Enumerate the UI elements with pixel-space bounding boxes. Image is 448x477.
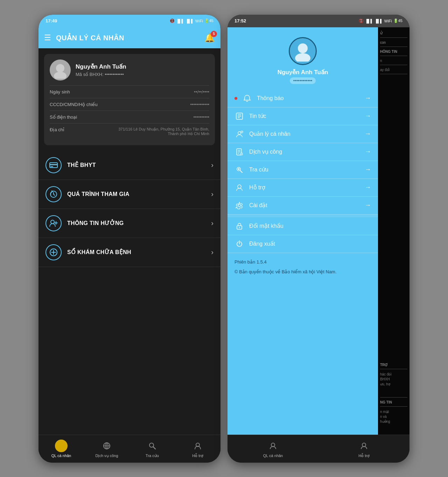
nav-right-ql-label: QL cá nhân	[263, 454, 283, 458]
nav-right-ql[interactable]: QL cá nhân	[227, 440, 318, 458]
notification-bell[interactable]: 🔔 5	[204, 33, 215, 43]
status-icons-left: 📵 ▐▌▌ ▐▌▌ WiFi 🔋45	[170, 19, 214, 23]
person-add-icon	[49, 219, 58, 228]
svg-rect-14	[58, 446, 61, 449]
svg-point-0	[56, 64, 64, 72]
person-add-icon-container	[46, 215, 62, 231]
menu-item-qua-trinh[interactable]: QUÁ TRÌNH THAM GIA ›	[38, 180, 220, 209]
left-phone: 17:49 📵 ▐▌▌ ▐▌▌ WiFi 🔋45 ☰ QUẢN LÝ CÁ NH…	[38, 15, 220, 463]
plus-circle-icon	[49, 248, 58, 257]
side-menu-item-thong-bao[interactable]: Thông báo →	[227, 90, 378, 107]
svg-rect-12	[58, 442, 61, 446]
chevron-icon: ›	[211, 161, 214, 169]
side-menu: Nguyễn Anh Tuấn •••••••••••• Thông báo →	[227, 27, 378, 435]
status-icons-right: 📵 ▐▌▌ ▐▌▌ WiFi 🔋45	[359, 19, 402, 23]
nav-tra-cuu-icon	[146, 440, 159, 452]
arrow-ql: →	[365, 130, 371, 138]
side-menu-item-dang-xuat[interactable]: Đăng xuất	[227, 235, 378, 253]
the-bhyt-label: THẺ BHYT	[67, 162, 205, 168]
bell-badge: 5	[211, 31, 217, 37]
profile-row: Nguyễn Anh Tuấn Mã số BHXH: ••••••••••••	[50, 59, 209, 80]
chevron-icon-2: ›	[211, 190, 214, 198]
menu-item-thong-tin[interactable]: THÔNG TIN HƯỞNG ›	[38, 209, 220, 238]
status-time-left: 17:49	[46, 18, 57, 23]
side-menu-item-tin-tuc[interactable]: Tin tức →	[227, 107, 378, 125]
card-icon	[49, 161, 58, 170]
side-avatar	[289, 37, 317, 65]
ho-tro-label: Hỗ trợ	[249, 184, 360, 191]
side-profile-id: ••••••••••••	[290, 77, 316, 84]
nav-dvc-icon	[100, 440, 113, 452]
plus-circle-icon-container	[46, 244, 62, 260]
side-menu-item-cai-dat[interactable]: Cài đặt →	[227, 197, 378, 215]
svg-point-46	[239, 227, 240, 228]
svg-point-29	[238, 132, 241, 134]
profile-ma-so: Mã số BHXH: ••••••••••••	[76, 72, 126, 77]
nav-ho-tro[interactable]: Hỗ trợ	[175, 440, 220, 458]
profile-card: Nguyễn Anh Tuấn Mã số BHXH: ••••••••••••…	[44, 54, 215, 145]
svg-line-42	[240, 170, 242, 173]
nav-ql-icon	[55, 440, 68, 452]
svg-point-6	[51, 220, 54, 224]
news-menu-icon	[234, 112, 244, 120]
arrow-tin-tuc: →	[365, 112, 371, 120]
svg-rect-4	[50, 166, 53, 167]
app-content-left: Nguyễn Anh Tuấn Mã số BHXH: ••••••••••••…	[38, 48, 220, 435]
right-phone: 17:52 📵 ▐▌▌ ▐▌▌ WiFi 🔋45 Nguyễn Anh Tuấn…	[227, 15, 410, 463]
ql-menu-icon	[234, 130, 244, 138]
ql-label: Quản lý cá nhân	[249, 131, 360, 137]
svg-point-23	[298, 43, 308, 53]
nav-right-ho-tro[interactable]: Hỗ trợ	[318, 440, 410, 458]
app-header-left: ☰ QUẢN LÝ CÁ NHÂN 🔔 5	[38, 27, 220, 48]
tra-cuu-label: Tra cứu	[249, 166, 360, 173]
status-time-right: 17:52	[234, 18, 246, 23]
doi-mk-label: Đổi mật khẩu	[249, 223, 371, 229]
menu-item-so-kham[interactable]: SỔ KHÁM CHỮA BỆNH ›	[38, 238, 220, 267]
svg-rect-13	[61, 442, 65, 446]
side-footer: Phiên bản 1.5.4 © Bản quyền thuộc về Bảo…	[227, 253, 378, 282]
chevron-icon-3: ›	[211, 219, 214, 227]
status-bar-left: 17:49 📵 ▐▌▌ ▐▌▌ WiFi 🔋45	[38, 15, 220, 27]
nav-dich-vu-cong[interactable]: Dịch vụ công	[84, 440, 130, 458]
svg-point-24	[295, 53, 310, 62]
cai-dat-label: Cài đặt	[249, 202, 360, 209]
power-menu-icon	[234, 240, 244, 248]
bottom-nav-right: QL cá nhân Hỗ trợ	[227, 435, 410, 463]
side-menu-overlay: Nguyễn Anh Tuấn •••••••••••• Thông báo →	[227, 27, 410, 435]
hamburger-icon[interactable]: ☰	[44, 33, 51, 42]
background-content: ử con HÔNG TIN n ay đổi TRỢ hác đốiBHXHư…	[378, 27, 410, 435]
side-menu-item-qua-ly[interactable]: Quản lý cá nhân →	[227, 125, 378, 143]
svg-point-41	[238, 168, 239, 170]
cccd-row: CCCD/CMND/Hộ chiếu ••••••••••••	[50, 98, 209, 111]
history-icon-container	[46, 186, 62, 202]
tra-cuu-menu-icon	[234, 166, 244, 174]
arrow-thong-bao: →	[365, 94, 371, 102]
svg-point-44	[238, 204, 241, 206]
dvc-label: Dịch vụ công	[249, 148, 360, 155]
side-menu-item-doi-mk[interactable]: Đổi mật khẩu	[227, 217, 378, 235]
arrow-cai-dat: →	[365, 202, 371, 209]
lock-menu-icon	[234, 222, 244, 230]
nav-dvc-label: Dịch vụ công	[95, 454, 118, 458]
card-icon-container	[46, 157, 62, 173]
svg-rect-3	[50, 164, 57, 165]
menu-item-the-bhyt[interactable]: THẺ BHYT ›	[38, 151, 220, 180]
side-avatar-svg	[292, 41, 313, 62]
nav-tra-cuu[interactable]: Tra cứu	[130, 440, 175, 458]
side-menu-item-dvc[interactable]: Dịch vụ công →	[227, 143, 378, 161]
history-icon	[49, 190, 58, 199]
side-menu-item-tra-cuu[interactable]: Tra cứu →	[227, 161, 378, 179]
svg-point-1	[54, 72, 66, 79]
svg-line-21	[153, 447, 155, 449]
copyright-text: © Bản quyền thuộc về Bảo hiểm xã hội Việ…	[234, 268, 371, 276]
nav-ql-ca-nhan[interactable]: QL cá nhân	[38, 440, 84, 458]
svg-rect-15	[61, 446, 65, 449]
so-kham-label: SỔ KHÁM CHỮA BỆNH	[67, 249, 205, 255]
thong-bao-label: Thông báo	[257, 95, 360, 101]
menu-divider	[227, 215, 378, 217]
nav-tra-cuu-label: Tra cứu	[146, 454, 159, 458]
ngay-sinh-row: Ngày sinh ••/••/••••	[50, 85, 209, 98]
nav-ho-tro-label: Hỗ trợ	[192, 454, 203, 458]
side-menu-item-ho-tro[interactable]: Hỗ trợ →	[227, 179, 378, 197]
header-title: QUẢN LÝ CÁ NHÂN	[56, 34, 200, 42]
